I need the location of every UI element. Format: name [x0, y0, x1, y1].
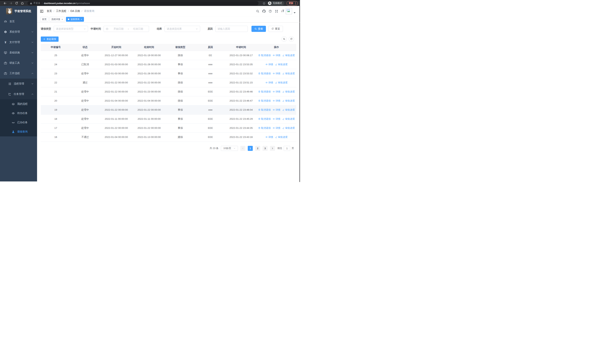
cell-id: 22 [41, 78, 71, 87]
detail-action-link[interactable]: 详情 [265, 63, 273, 66]
app-logo[interactable]: 芋道管理系统 [0, 6, 37, 16]
detail-action-link[interactable]: 详情 [272, 108, 280, 112]
bookmark-star-icon[interactable] [262, 2, 265, 5]
browser-update-button[interactable]: 更新 [286, 1, 298, 6]
reload-icon[interactable] [15, 2, 18, 5]
cancel-action-link[interactable]: 取消请假 [258, 108, 271, 112]
toggle-search-button[interactable] [281, 36, 287, 42]
progress-action-link[interactable]: 审批进度 [282, 72, 295, 75]
progress-action-link[interactable]: 审批进度 [282, 117, 295, 121]
table-row[interactable]: 20处理中2022-01-04 00:00:002022-01-04 00:00… [41, 96, 296, 105]
sidebar-collapse-icon[interactable] [40, 10, 44, 13]
forward-icon[interactable] [9, 2, 12, 5]
sidebar-item-devtools[interactable]: 研发工具 [0, 58, 37, 68]
table-row[interactable]: 18处理中2022-01-11 00:00:002022-01-11 00:00… [41, 114, 296, 123]
avatar-caret-down-icon[interactable] [294, 12, 296, 13]
cell-type: 事假 [165, 114, 196, 123]
question-icon[interactable] [269, 10, 272, 13]
detail-action-link[interactable]: 详情 [265, 135, 273, 139]
apply-time-range-picker[interactable]: 开始日期 - 结束日期 [103, 26, 149, 32]
sidebar-item-my-process[interactable]: 我的流程 [0, 99, 37, 109]
cancel-action-link[interactable]: 取消请假 [258, 72, 271, 75]
address-bar[interactable]: 不安全 dashboard.yudao.iocoder.cn /bpm/oa/l… [28, 1, 259, 5]
detail-action-link[interactable]: 详情 [272, 72, 280, 75]
delete-icon [258, 100, 261, 102]
prev-page-button[interactable] [240, 146, 245, 151]
search-button[interactable]: 搜索 [252, 26, 266, 32]
progress-action-link[interactable]: 审批进度 [282, 108, 295, 112]
detail-action-link[interactable]: 详情 [272, 54, 280, 57]
column-header: 状态 [71, 44, 100, 51]
table-row[interactable]: 16不通过2022-01-04 00:00:002022-01-13 00:00… [41, 132, 296, 142]
close-icon[interactable]: × [81, 18, 82, 20]
goto-page-input[interactable] [284, 146, 290, 151]
avatar[interactable] [286, 8, 292, 14]
table-row[interactable]: 24已取消2022-01-03 00:00:002022-01-26 00:00… [41, 60, 296, 69]
search-icon[interactable] [256, 10, 259, 13]
detail-action-link[interactable]: 详情 [272, 126, 280, 130]
page-button-2[interactable]: 2 [255, 146, 260, 151]
progress-action-link[interactable]: 审批进度 [275, 63, 288, 66]
cell-id: 18 [41, 114, 71, 123]
breadcrumb-item[interactable]: 工作流程 [56, 9, 66, 13]
breadcrumb-item[interactable]: OA 示例 [70, 9, 80, 13]
reset-button[interactable]: 重置 [269, 26, 283, 32]
sidebar-item-home[interactable]: 首页 [0, 16, 37, 27]
sidebar-item-workflow[interactable]: 工作流程 [0, 68, 37, 79]
cell-start: 2022-01-22 00:00:00 [100, 87, 133, 96]
sidebar-item-process-mgmt[interactable]: 流程管理 [0, 79, 37, 89]
cancel-action-link[interactable]: 取消请假 [258, 117, 271, 121]
sidebar-item-todo-tasks[interactable]: 待办任务 [0, 109, 37, 118]
breadcrumb-item[interactable]: 首页 [47, 9, 52, 13]
page-size-select[interactable]: 10条/页 [221, 146, 238, 151]
next-page-button[interactable] [270, 146, 275, 151]
sidebar-item-system[interactable]: 系统管理 [0, 27, 37, 37]
detail-action-link[interactable]: 详情 [272, 117, 280, 121]
github-icon[interactable] [262, 10, 265, 13]
progress-action-link[interactable]: 审批进度 [282, 99, 295, 103]
table-row[interactable]: 17处理中2022-01-22 00:00:002022-01-22 00:00… [41, 123, 296, 132]
table-row[interactable]: 22通过2022-01-22 00:00:002022-01-22 00:00:… [41, 78, 296, 87]
detail-action-link[interactable]: 详情 [265, 81, 273, 84]
tab-home[interactable]: 首页 [40, 17, 48, 22]
back-icon[interactable] [3, 2, 7, 5]
progress-action-link[interactable]: 审批进度 [282, 54, 295, 57]
reason-input[interactable]: 请输入原因 [215, 26, 248, 32]
action-label: 审批进度 [285, 90, 295, 93]
sidebar-item-leave-query[interactable]: 请假查询 [0, 127, 37, 136]
table-row[interactable]: 23处理中2022-01-03 00:00:002022-01-26 00:00… [41, 69, 296, 78]
browser-menu-icon[interactable] [295, 2, 296, 5]
chevron-down-icon [31, 83, 34, 85]
sidebar-item-payment[interactable]: ¥支付管理 [0, 37, 37, 47]
sidebar-item-infra[interactable]: 基础设施 [0, 47, 37, 58]
fullscreen-icon[interactable] [275, 10, 278, 13]
table-row[interactable]: 19处理中2022-01-22 00:00:002022-01-22 00:00… [41, 105, 296, 114]
detail-action-link[interactable]: 详情 [272, 99, 280, 103]
progress-action-link[interactable]: 审批进度 [282, 126, 295, 130]
table-row[interactable]: 25处理中2021-12-27 00:00:002022-01-19 00:00… [41, 51, 296, 60]
cancel-action-link[interactable]: 取消请假 [258, 54, 271, 57]
create-leave-button[interactable]: 发起请假 [41, 37, 58, 42]
tab-leave-query[interactable]: 请假查询× [66, 17, 84, 22]
sidebar-item-task-mgmt[interactable]: 任务管理 [0, 89, 37, 99]
font-size-icon[interactable]: TT [281, 10, 284, 13]
leave-type-select[interactable]: 请选择请假类型 [54, 26, 88, 32]
home-icon[interactable] [21, 2, 24, 5]
cancel-action-link[interactable]: 取消请假 [258, 99, 271, 103]
tab-process-detail[interactable]: 流程详情× [49, 17, 65, 22]
close-icon[interactable]: × [62, 18, 63, 20]
sidebar-item-done-tasks[interactable]: 已办任务 [0, 118, 37, 127]
cancel-action-link[interactable]: 取消请假 [258, 90, 271, 93]
cell-id: 23 [41, 69, 71, 78]
page-button-3[interactable]: 3 [262, 146, 268, 151]
cancel-action-link[interactable]: 取消请假 [258, 126, 271, 130]
result-select[interactable]: 请选择流结果 [165, 26, 200, 32]
table-row[interactable]: 21处理中2022-01-22 00:00:002022-01-23 00:00… [41, 87, 296, 96]
page-button-1[interactable]: 1 [248, 146, 253, 151]
progress-action-link[interactable]: 审批进度 [275, 81, 288, 84]
progress-action-link[interactable]: 审批进度 [275, 135, 288, 139]
refresh-table-button[interactable] [289, 36, 294, 42]
detail-action-link[interactable]: 详情 [272, 90, 280, 93]
progress-action-link[interactable]: 审批进度 [282, 90, 295, 93]
monitor-icon [4, 51, 7, 54]
